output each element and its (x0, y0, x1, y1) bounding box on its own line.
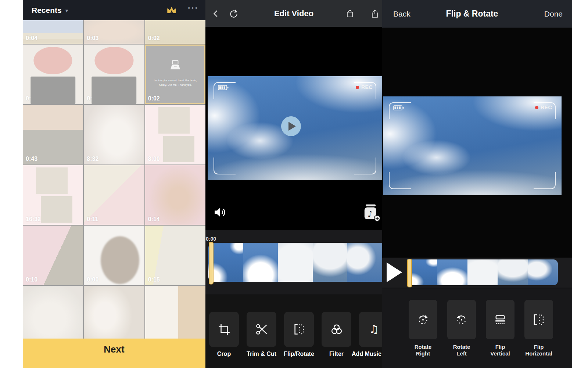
duration-badge: 0:11 (87, 216, 98, 223)
flip-horizontal-icon (524, 300, 553, 339)
duration-badge: 0:03 (87, 35, 98, 42)
battery-icon (393, 105, 404, 112)
chevron-down-icon[interactable]: ▾ (65, 7, 68, 14)
play-button[interactable] (281, 116, 301, 136)
video-preview[interactable]: REC (383, 96, 562, 195)
grid-item[interactable]: 0:04 (23, 20, 83, 44)
duration-badge: 0:02 (148, 95, 160, 102)
media-picker-panel: Recents ▾ ••• 0:040:030:020:100:02Lookin… (23, 0, 205, 368)
crown-premium-icon[interactable] (166, 5, 178, 15)
grid-item[interactable] (23, 286, 83, 339)
duration-badge: 0:15 (148, 276, 160, 283)
flip-rotate-toolbar: Rotate Right Rotate Left Flip Vertical F… (382, 288, 572, 368)
screenshot-root: Recents ▾ ••• 0:040:030:020:100:02Lookin… (0, 0, 588, 368)
filmstrip[interactable] (208, 243, 382, 282)
play-icon (288, 122, 296, 131)
grid-item-selected[interactable]: Looking for second hand Macbook,Kindly, … (145, 45, 205, 104)
grid-item[interactable]: 16:32 (23, 165, 83, 225)
album-title[interactable]: Recents (32, 6, 62, 15)
rotate-right-icon (409, 300, 437, 339)
crop-tool-button[interactable]: Crop (209, 312, 239, 368)
add-music-tool-button[interactable]: ♫ Add Music (359, 312, 382, 368)
grid-item[interactable]: 0:15 (145, 226, 205, 285)
shop-bag-icon[interactable] (344, 7, 356, 20)
filmstrip-frame (467, 259, 498, 285)
duration-badge: 0:10 (26, 95, 37, 102)
crop-icon (209, 312, 239, 347)
grid-item[interactable] (145, 286, 205, 339)
grid-item[interactable]: 0:14 (145, 165, 205, 225)
grid-item[interactable]: 0:43 (23, 105, 83, 164)
rotate-right-button[interactable]: Rotate Right (409, 300, 437, 368)
playhead-handle[interactable] (407, 259, 412, 287)
rec-dot (535, 106, 538, 109)
trim-cut-tool-button[interactable]: Trim & Cut (247, 312, 276, 368)
duration-badge: 0:02 (87, 95, 98, 102)
grid-item[interactable]: 0:03 (84, 20, 144, 44)
grid-item[interactable]: 0:11 (84, 165, 144, 225)
rotate-left-icon (447, 300, 476, 339)
tool-label: Add Music (352, 351, 381, 357)
duration-badge: 8:32 (87, 156, 98, 162)
add-music-shortcut-icon[interactable]: ♪ (363, 204, 380, 222)
tool-label: Flip Horizontal (524, 344, 553, 357)
svg-text:♪: ♪ (368, 209, 373, 219)
duration-badge: 16:32 (26, 216, 41, 223)
grid-item[interactable]: 0:10 (23, 226, 83, 285)
duration-badge: 0:04 (26, 35, 37, 42)
redo-icon[interactable] (227, 7, 240, 20)
tool-label: Crop (217, 351, 231, 357)
flip-rotate-tool-button[interactable]: Flip/Rotate (284, 312, 314, 368)
flip-rotate-panel: Back Flip & Rotate Done REC (382, 0, 572, 368)
filmstrip[interactable] (407, 259, 558, 285)
grid-item[interactable]: 8:00 (145, 105, 205, 164)
duration-badge: 0:00 (87, 276, 98, 283)
grid-item[interactable]: 0:10 (23, 45, 83, 104)
tool-label: Trim & Cut (247, 351, 276, 357)
flip-vertical-icon (486, 300, 514, 339)
filter-tool-button[interactable]: Filter (322, 312, 351, 368)
rec-label: REC (541, 105, 552, 110)
duration-badge: 0:10 (26, 276, 37, 283)
ellipsis-icon[interactable]: ••• (188, 4, 199, 12)
filmstrip-frame (208, 243, 243, 282)
timeline-section (382, 258, 572, 288)
picker-header: Recents ▾ ••• (23, 0, 205, 20)
grid-item[interactable]: 0:00 (84, 226, 144, 285)
filter-icon (322, 312, 351, 347)
grid-item[interactable]: 0:02 (145, 20, 205, 44)
share-icon[interactable] (369, 7, 381, 20)
playhead-handle[interactable] (209, 242, 214, 284)
scissors-icon (247, 312, 276, 347)
tool-label: Flip Vertical (486, 344, 514, 357)
grid-item[interactable] (84, 286, 144, 339)
volume-icon[interactable] (213, 205, 227, 220)
next-button[interactable]: Next (23, 339, 205, 368)
back-chevron-icon[interactable] (210, 7, 222, 20)
rec-label: REC (361, 84, 373, 90)
tool-label: Rotate Left (447, 344, 476, 357)
tool-label: Filter (329, 351, 344, 357)
filmstrip-frame (498, 259, 528, 285)
macbook-icon (168, 60, 183, 72)
filmstrip-frame (243, 243, 278, 282)
duration-badge: 0:43 (26, 156, 37, 162)
filmstrip-frame (437, 259, 467, 285)
tool-label: Flip/Rotate (284, 351, 314, 357)
rec-indicator: REC (535, 105, 552, 110)
music-note-icon: ♫ (359, 312, 382, 347)
flip-horizontal-button[interactable]: Flip Horizontal (524, 300, 553, 368)
editor-toolbar: Crop Trim & Cut Flip/Rotate Filter (205, 294, 382, 368)
flip-vertical-button[interactable]: Flip Vertical (486, 300, 514, 368)
flip-rotate-icon (284, 312, 314, 347)
filmstrip-frame (528, 259, 558, 285)
thumbnail-caption: Looking for second hand Macbook,Kindly, … (147, 78, 204, 87)
done-button[interactable]: Done (544, 10, 563, 18)
duration-badge: 0:02 (148, 35, 160, 42)
editor-header: Edit Video (205, 0, 382, 27)
rotate-left-button[interactable]: Rotate Left (447, 300, 476, 368)
grid-item[interactable]: 8:32 (84, 105, 144, 164)
play-button[interactable] (387, 262, 402, 282)
timeline-section: 0:00 (205, 230, 382, 294)
grid-item[interactable]: 0:02 (84, 45, 144, 104)
